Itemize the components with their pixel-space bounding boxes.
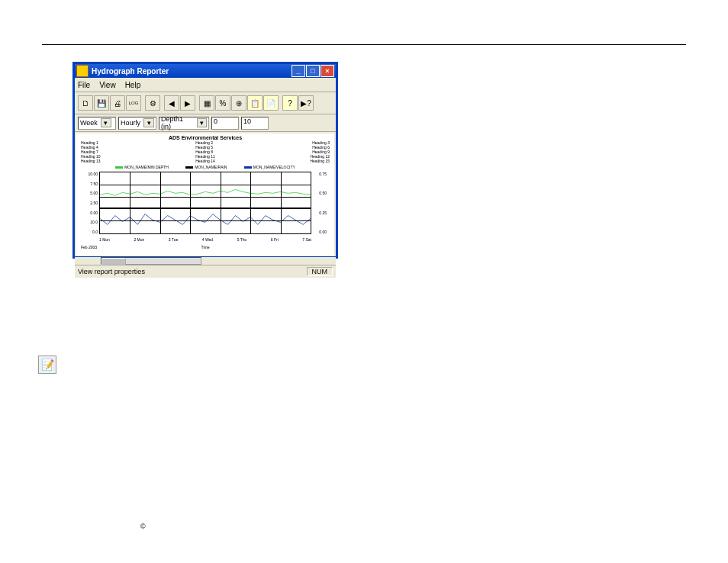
min-value: 0 [214,117,217,125]
app-window: Hydrograph Reporter _ □ × File View Help… [73,63,337,258]
horizontal-scrollbar[interactable] [101,257,201,265]
chart-plot [99,172,311,234]
chevron-down-icon: ▾ [101,118,111,127]
span-combo[interactable]: Week ▾ [78,117,116,130]
scroll-area [75,257,336,265]
print-icon[interactable]: 🖨 [110,95,125,111]
close-button[interactable]: × [321,65,334,77]
log-icon[interactable]: LOG [126,95,141,111]
prev-icon[interactable]: ◀ [164,95,179,111]
status-text: View report properties [78,268,307,275]
horizontal-rule [42,44,686,45]
app-icon [76,65,89,77]
target-icon[interactable]: ⊕ [231,95,246,111]
interval-value: Hourly [121,119,140,127]
chart-title: ADS Environmental Services [76,134,334,140]
properties-icon[interactable]: ⚙ [145,95,160,111]
copy-icon[interactable]: 📋 [247,95,263,111]
next-icon[interactable]: ▶ [180,95,195,111]
help-icon[interactable]: ? [282,95,298,111]
new-icon[interactable]: 🗋 [78,95,93,111]
window-title: Hydrograph Reporter [92,67,292,76]
x-axis-labels: 1 Mon 2 Mon 3 Tue 4 Wed 5 Thu 6 Fri 7 Sa… [99,237,311,242]
scroll-thumb[interactable] [101,258,126,265]
max-value: 10 [243,117,251,125]
interval-combo[interactable]: Hourly ▾ [118,117,156,130]
status-bar: View report properties NUM [75,265,336,278]
note-icon[interactable]: 📄 [263,95,279,111]
chart-headings: Heading 1 Heading 4 Heading 7 Heading 10… [76,140,334,163]
min-input[interactable]: 0 [211,117,239,130]
separator [279,96,282,110]
chevron-down-icon: ▾ [197,118,207,127]
y-axis-right-ticks: 0.75 0.50 0.25 0.00 [319,172,327,234]
chart-legend: MON_NAME/MIN DEPTH MON_NAME/RAIN MON_NAM… [76,163,334,171]
status-num: NUM [307,267,333,276]
line-chart-svg [100,172,311,233]
title-bar: Hydrograph Reporter _ □ × [75,64,336,78]
separator [161,96,163,110]
separator [196,96,198,110]
save-icon[interactable]: 💾 [94,95,109,111]
context-help-icon[interactable]: ▶? [298,95,314,111]
series-depth [100,189,311,195]
x-axis-label: Time [76,245,334,249]
chevron-down-icon: ▾ [143,118,154,127]
max-input[interactable]: 10 [241,117,269,130]
document-note-icon: 📝 [38,355,56,374]
maximize-button[interactable]: □ [306,65,320,77]
span-value: Week [80,119,98,127]
menu-file[interactable]: File [78,81,90,89]
minimize-button[interactable]: _ [292,65,305,77]
entity-value: Depth1 (in) [161,115,194,130]
y-axis-left-ticks: 10.00 7.50 5.00 2.50 0.00 10.0 0.0 [87,172,98,234]
menu-help[interactable]: Help [125,81,141,89]
copyright-symbol: © [140,523,146,530]
menu-bar: File View Help [75,78,336,92]
toolbar: 🗋 💾 🖨 LOG ⚙ ◀ ▶ ▦ % ⊕ 📋 📄 ? ▶? [75,92,336,114]
separator [142,96,144,110]
percent-icon[interactable]: % [215,95,230,111]
menu-view[interactable]: View [99,81,116,89]
entity-combo[interactable]: Depth1 (in) ▾ [159,117,209,130]
chart-footer: Feb 2003 [81,245,97,249]
grid-icon[interactable]: ▦ [199,95,214,111]
series-velocity [100,214,311,225]
options-bar: Week ▾ Hourly ▾ Depth1 (in) ▾ 0 10 [75,114,336,132]
chart-area: ADS Environmental Services Heading 1 Hea… [76,134,334,256]
